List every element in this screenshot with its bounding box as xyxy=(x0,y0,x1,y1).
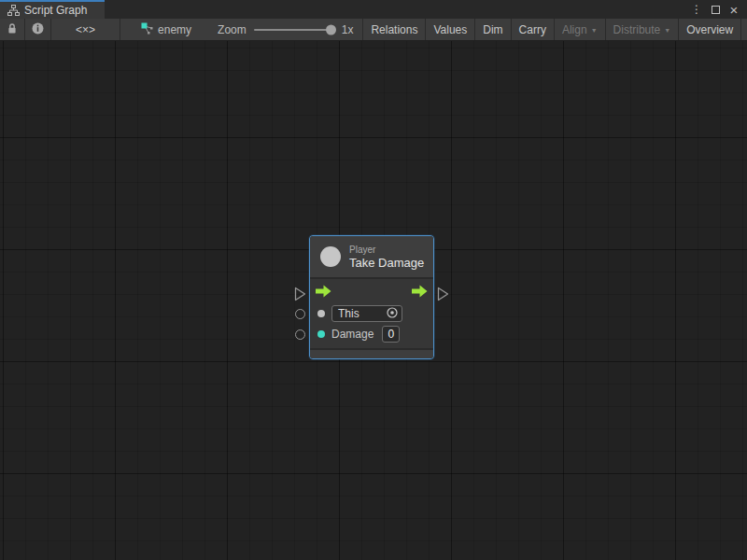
node-titles: Player Take Damage xyxy=(349,245,424,270)
graph-canvas[interactable]: Player Take Damage xyxy=(0,41,747,560)
circle-port-icon xyxy=(295,309,305,319)
graph-hierarchy-icon xyxy=(7,5,20,16)
zoom-control: Zoom 1x xyxy=(208,19,362,40)
align-dropdown-button[interactable]: Align ▼ xyxy=(555,19,606,40)
dim-button[interactable]: Dim xyxy=(475,19,511,40)
flow-output-external-port[interactable] xyxy=(437,287,449,301)
circle-port-icon xyxy=(295,329,305,340)
full-screen-button[interactable]: Full Screen xyxy=(741,19,747,40)
carry-label: Carry xyxy=(519,23,546,36)
graph-toolbar: <×> enemy Zoom 1x Relations xyxy=(0,19,747,41)
values-button[interactable]: Values xyxy=(426,19,475,40)
maximize-icon xyxy=(712,6,720,14)
zoom-slider[interactable] xyxy=(254,29,334,31)
flow-ports-row xyxy=(310,279,433,303)
relations-button[interactable]: Relations xyxy=(362,19,426,40)
values-label: Values xyxy=(433,23,467,36)
tab-title: Script Graph xyxy=(24,4,87,17)
toolbar-right-group: Relations Values Dim Carry Align ▼ Distr… xyxy=(362,19,747,40)
this-object-field[interactable]: This xyxy=(331,305,402,322)
window-menu-button[interactable]: ⋮ xyxy=(689,2,704,17)
tab-bar: Script Graph ⋮ × xyxy=(0,0,747,19)
flow-input-port[interactable] xyxy=(316,285,331,298)
lock-button[interactable] xyxy=(0,19,25,40)
breadcrumb-label: enemy xyxy=(158,23,191,36)
this-field-label: This xyxy=(338,307,359,320)
distribute-dropdown-button[interactable]: Distribute ▼ xyxy=(606,19,680,40)
damage-port-dot-icon[interactable] xyxy=(317,330,325,338)
this-input-row: This xyxy=(310,303,433,324)
carry-button[interactable]: Carry xyxy=(512,19,555,40)
align-label: Align xyxy=(562,23,587,36)
zoom-slider-handle[interactable] xyxy=(326,24,336,35)
flow-output-port[interactable] xyxy=(412,285,428,298)
node-title: Take Damage xyxy=(349,256,424,270)
unit-sphere-icon xyxy=(320,246,341,267)
overview-label: Overview xyxy=(686,23,733,36)
lock-icon xyxy=(7,22,18,37)
damage-external-port[interactable] xyxy=(295,329,305,340)
window-controls: ⋮ × xyxy=(689,0,747,19)
variables-code-button[interactable]: <×> xyxy=(51,19,120,40)
this-external-port[interactable] xyxy=(295,309,305,319)
code-x-icon: <×> xyxy=(76,23,95,36)
info-icon xyxy=(32,22,44,37)
zoom-value: 1x xyxy=(342,23,354,36)
take-damage-node[interactable]: Player Take Damage xyxy=(309,235,434,359)
chevron-down-icon: ▼ xyxy=(664,27,670,34)
node-header[interactable]: Player Take Damage xyxy=(310,236,433,279)
node-category: Player xyxy=(349,245,424,255)
flow-input-external-port[interactable] xyxy=(294,287,306,301)
script-graph-window: Script Graph ⋮ × xyxy=(0,0,747,560)
chevron-down-icon: ▼ xyxy=(591,27,598,34)
maximize-button[interactable] xyxy=(708,2,723,17)
info-button[interactable] xyxy=(25,19,51,40)
tabbar-spacer xyxy=(105,0,689,19)
this-port-dot-icon[interactable] xyxy=(317,310,325,317)
tab-script-graph[interactable]: Script Graph xyxy=(0,0,105,19)
overview-button[interactable]: Overview xyxy=(679,19,741,40)
breadcrumb-enemy[interactable]: enemy xyxy=(132,19,201,40)
relations-label: Relations xyxy=(371,23,417,36)
damage-label: Damage xyxy=(331,328,374,341)
close-button[interactable]: × xyxy=(726,2,741,17)
dim-label: Dim xyxy=(483,23,502,36)
script-graph-asset-icon xyxy=(141,22,153,37)
node-footer xyxy=(310,348,433,358)
damage-input-row: Damage xyxy=(310,324,433,344)
distribute-label: Distribute xyxy=(613,23,661,36)
damage-value-input[interactable] xyxy=(382,326,400,343)
target-picker-icon xyxy=(386,306,399,322)
zoom-label: Zoom xyxy=(218,23,247,36)
